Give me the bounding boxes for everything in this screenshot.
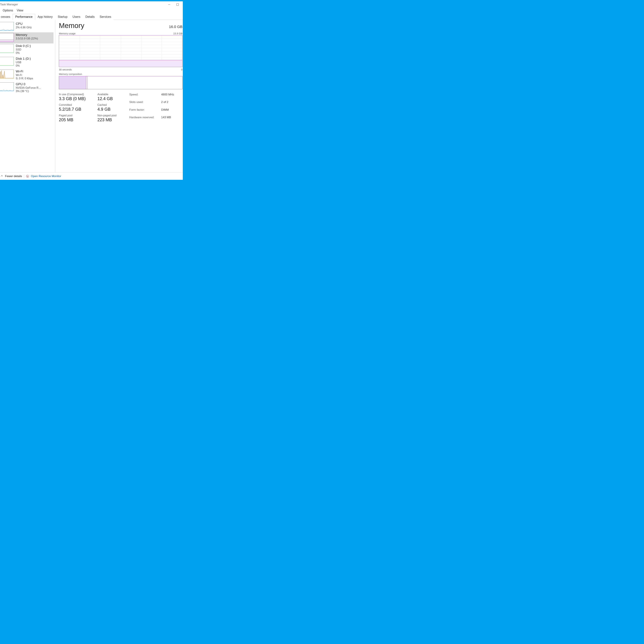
minimize-button[interactable]: [165, 2, 173, 7]
cpu-title: CPU: [16, 22, 32, 26]
sidebar-item-cpu[interactable]: CPU 2% 4.96 GHz: [0, 21, 53, 32]
stats-right: Speed: 4800 MHz Slots used: 2 of 2 Form …: [129, 93, 181, 122]
body: CPU 2% 4.96 GHz Memory 3.5/15.9 GB (22%)…: [0, 20, 181, 172]
memory-composition-chart: [59, 76, 181, 89]
task-manager-window: Task Manager Options View cesses Perform…: [0, 1, 181, 180]
memory-usage-chart: [59, 35, 181, 67]
disk0-thumb-icon: [0, 44, 14, 53]
gpu-title: GPU 0: [16, 82, 41, 86]
disk1-sub2: 0%: [16, 64, 31, 67]
tab-app-history[interactable]: App history: [35, 14, 55, 20]
tab-users[interactable]: Users: [70, 14, 83, 20]
perf-sidebar: CPU 2% 4.96 GHz Memory 3.5/15.9 GB (22%)…: [0, 20, 54, 172]
wifi-thumb-icon: [0, 70, 14, 78]
resource-monitor-icon: [26, 175, 29, 178]
maximize-button[interactable]: [173, 2, 181, 7]
wifi-sub1: Wi-Fi: [16, 74, 33, 77]
disk1-thumb-icon: [0, 57, 14, 66]
stat-cached: Cached 4.9 GB: [97, 103, 126, 112]
sidebar-item-gpu[interactable]: GPU 0 NVIDIA GeForce R… 3% (39 °C): [0, 82, 53, 94]
disk0-title: Disk 0 (C:): [16, 44, 31, 48]
usage-label-row: Memory usage 15.9 GB: [59, 32, 181, 35]
hw-hwres-lab: Hardware reserved:: [129, 116, 161, 122]
hw-speed-val: 4800 MHz: [161, 93, 181, 99]
comp-modified: [86, 76, 87, 89]
svg-rect-1: [177, 4, 179, 6]
hw-slots-lab: Slots used:: [129, 100, 161, 107]
tab-startup[interactable]: Startup: [55, 14, 70, 20]
disk1-sub1: USB: [16, 61, 31, 64]
main-header: Memory 16.0 GB: [59, 22, 181, 31]
comp-label: Memory composition: [59, 73, 82, 75]
sidebar-item-disk0[interactable]: Disk 0 (C:) SSD 0%: [0, 43, 53, 56]
fewer-details-button[interactable]: Fewer details: [5, 175, 22, 178]
stat-in-use: In use (Compressed) 3.3 GB (0 MB): [59, 93, 97, 101]
tab-processes[interactable]: cesses: [0, 14, 13, 20]
hw-slots-val: 2 of 2: [161, 100, 181, 107]
memory-total: 16.0 GB: [169, 25, 181, 29]
hw-form-val: DIMM: [161, 108, 181, 115]
stat-committed: Committed 5.2/18.7 GB: [59, 103, 97, 112]
stat-available: Available 12.4 GB: [97, 93, 126, 101]
tabstrip: cesses Performance App history Startup U…: [0, 14, 181, 20]
disk0-sub2: 0%: [16, 51, 31, 55]
sidebar-item-wifi[interactable]: Wi-Fi Wi-Fi S: 0 R: 0 Kbps: [0, 69, 53, 82]
memory-title: Memory: [16, 33, 38, 37]
sidebar-item-disk1[interactable]: Disk 1 (D:) USB 0%: [0, 56, 53, 69]
sidebar-item-memory[interactable]: Memory 3.5/15.9 GB (22%): [0, 32, 53, 43]
open-resource-monitor-link[interactable]: Open Resource Monitor: [31, 175, 61, 178]
disk1-title: Disk 1 (D:): [16, 57, 31, 61]
comp-in-use: [59, 76, 86, 89]
memory-thumb-icon: [0, 33, 14, 42]
usage-area: [59, 60, 181, 67]
time-left: 30 seconds: [59, 68, 72, 71]
gpu-sub1: NVIDIA GeForce R…: [16, 86, 41, 89]
hw-hwres-val: 143 MB: [161, 116, 181, 122]
main-panel: Memory 16.0 GB Memory usage 15.9 GB 30 s…: [55, 20, 181, 172]
wifi-title: Wi-Fi: [16, 70, 33, 73]
stats-left: In use (Compressed) 3.3 GB (0 MB) Availa…: [59, 93, 126, 122]
hw-speed-lab: Speed:: [129, 93, 161, 99]
page-title: Memory: [59, 22, 84, 30]
tab-services[interactable]: Services: [97, 14, 114, 20]
hw-form-lab: Form factor:: [129, 108, 161, 115]
time-axis: 30 seconds 0: [59, 68, 181, 71]
usage-max: 15.9 GB: [173, 32, 181, 35]
window-title: Task Manager: [0, 3, 165, 6]
usage-label: Memory usage: [59, 32, 75, 35]
tab-performance[interactable]: Performance: [13, 14, 35, 20]
cpu-thumb-icon: [0, 22, 14, 31]
tab-details[interactable]: Details: [83, 14, 97, 20]
menu-view[interactable]: View: [15, 8, 25, 13]
memory-sub: 3.5/15.9 GB (22%): [16, 37, 38, 40]
stats: In use (Compressed) 3.3 GB (0 MB) Availa…: [59, 93, 181, 122]
menubar: Options View: [0, 8, 181, 14]
wifi-sub2: S: 0 R: 0 Kbps: [16, 77, 33, 80]
menu-options[interactable]: Options: [1, 8, 15, 13]
bottombar: Fewer details Open Resource Monitor: [0, 172, 181, 180]
comp-label-row: Memory composition: [59, 73, 181, 75]
cpu-sub: 2% 4.96 GHz: [16, 26, 32, 29]
gpu-thumb-icon: [0, 82, 14, 91]
stat-nonpaged: Non-paged pool 223 MB: [97, 114, 126, 122]
chevron-up-icon: [1, 175, 3, 178]
titlebar: Task Manager: [0, 1, 181, 8]
gpu-sub2: 3% (39 °C): [16, 90, 41, 93]
stat-paged: Paged pool 205 MB: [59, 114, 97, 122]
disk0-sub1: SSD: [16, 48, 31, 51]
